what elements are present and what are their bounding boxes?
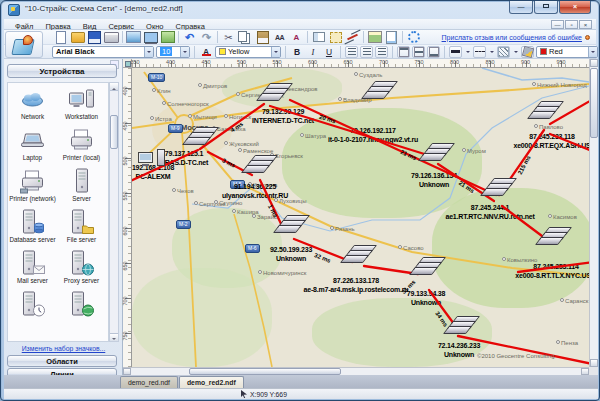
valign-bottom-button[interactable] bbox=[427, 46, 440, 58]
device-item-Proxy server[interactable]: Proxy server bbox=[57, 250, 106, 284]
replace-icon[interactable] bbox=[288, 30, 305, 44]
scrollbar-thumb[interactable] bbox=[110, 115, 118, 149]
underline-button[interactable]: U bbox=[322, 45, 336, 58]
scrollbar-thumb[interactable] bbox=[189, 368, 341, 375]
network-link[interactable] bbox=[518, 261, 589, 272]
server-node-icon[interactable] bbox=[483, 181, 514, 196]
devices-header[interactable]: Устройства bbox=[7, 64, 117, 78]
server-node-icon[interactable] bbox=[446, 319, 477, 334]
font-family-combo[interactable]: Arial Black bbox=[52, 46, 154, 58]
font-color-button[interactable]: A bbox=[199, 45, 213, 58]
picture-icon[interactable] bbox=[366, 30, 383, 44]
device-item-Laptop[interactable]: Laptop bbox=[8, 127, 57, 161]
scroll-left-icon[interactable] bbox=[123, 368, 131, 375]
scroll-up-icon[interactable] bbox=[110, 83, 118, 91]
line-color-combo[interactable]: Red bbox=[536, 46, 598, 58]
tab-demo_red.ndf[interactable]: demo_red.ndf bbox=[120, 376, 178, 388]
server-node-icon[interactable] bbox=[538, 230, 569, 245]
fill-bucket-button[interactable] bbox=[521, 46, 534, 58]
scroll-up-icon[interactable] bbox=[590, 59, 598, 67]
paste-icon[interactable] bbox=[254, 30, 271, 44]
vertical-scrollbar[interactable] bbox=[589, 59, 598, 367]
redo-icon[interactable] bbox=[198, 30, 215, 44]
server-node-icon[interactable] bbox=[412, 260, 443, 275]
mdi-minimize-button[interactable]: — bbox=[551, 20, 564, 29]
mdi-close-button[interactable]: × bbox=[579, 20, 592, 29]
device-item-clock[interactable] bbox=[8, 291, 57, 318]
server-node-icon[interactable] bbox=[244, 158, 275, 173]
server-node-icon[interactable] bbox=[343, 248, 374, 263]
settings-icon[interactable] bbox=[405, 30, 422, 44]
device-item-Printer (network)[interactable]: Printer (network) bbox=[8, 168, 57, 202]
node-tool-icon[interactable] bbox=[310, 30, 327, 44]
scroll-right-icon[interactable] bbox=[581, 368, 589, 375]
horizontal-scrollbar[interactable] bbox=[123, 367, 589, 375]
device-item-Database server[interactable]: Database server bbox=[8, 209, 57, 243]
device-item-globe2[interactable] bbox=[57, 291, 106, 318]
chevron-down-icon[interactable] bbox=[144, 47, 153, 57]
device-item-Printer (local)[interactable]: Printer (local) bbox=[57, 127, 106, 161]
panel-scrollbar[interactable] bbox=[109, 82, 119, 342]
mdi-restore-button[interactable]: ▫ bbox=[565, 20, 578, 29]
network-link[interactable] bbox=[502, 206, 542, 236]
frame-icon[interactable] bbox=[125, 30, 142, 44]
hatch-style-button[interactable] bbox=[497, 46, 510, 58]
device-item-Mail server[interactable]: Mail server bbox=[8, 250, 57, 284]
device-item-Network[interactable]: Network bbox=[8, 86, 57, 120]
areas-button[interactable]: Области bbox=[7, 355, 117, 367]
new-icon[interactable] bbox=[52, 30, 69, 44]
link-tool-icon[interactable] bbox=[344, 30, 361, 44]
chevron-down-icon[interactable] bbox=[588, 47, 597, 57]
close-button[interactable]: × bbox=[559, 1, 591, 14]
open-icon[interactable] bbox=[69, 30, 86, 44]
workstation-node-icon[interactable] bbox=[138, 146, 168, 172]
valign-middle-button[interactable] bbox=[412, 46, 425, 58]
valign-top-button[interactable] bbox=[397, 46, 410, 58]
copy-icon[interactable] bbox=[237, 30, 254, 44]
minimize-button[interactable]: — bbox=[509, 1, 533, 14]
chevron-down-icon[interactable] bbox=[488, 46, 495, 58]
chevron-down-icon[interactable] bbox=[180, 47, 189, 57]
device-item-Server[interactable]: Server bbox=[57, 168, 106, 202]
area-tool-icon[interactable] bbox=[327, 30, 344, 44]
align-center-button[interactable] bbox=[360, 46, 373, 58]
device-item-File server[interactable]: File server bbox=[57, 209, 106, 243]
network-link[interactable] bbox=[550, 134, 589, 155]
export-icon[interactable] bbox=[159, 30, 176, 44]
font-size-combo[interactable]: 10 bbox=[156, 46, 190, 58]
tab-demo_red2.ndf[interactable]: demo_red2.ndf bbox=[179, 376, 244, 388]
cut-icon[interactable] bbox=[220, 30, 237, 44]
server-node-icon[interactable] bbox=[185, 130, 216, 145]
server-node-icon[interactable] bbox=[530, 104, 561, 119]
align-right-button[interactable] bbox=[375, 46, 388, 58]
find-icon[interactable] bbox=[271, 30, 288, 44]
feedback-link[interactable]: Прислать отзыв или сообщения об ошибке bbox=[442, 34, 582, 41]
align-left-button[interactable] bbox=[345, 46, 358, 58]
fill-color-combo[interactable]: Yellow bbox=[215, 46, 281, 58]
italic-button[interactable]: I bbox=[306, 45, 320, 58]
network-link[interactable] bbox=[458, 336, 589, 366]
change-icons-link[interactable]: Изменить набор значков... bbox=[4, 345, 123, 352]
server-node-icon[interactable] bbox=[259, 86, 290, 101]
maximize-button[interactable] bbox=[534, 1, 558, 14]
server-node-icon[interactable] bbox=[276, 218, 307, 233]
save-icon[interactable] bbox=[86, 30, 103, 44]
chevron-down-icon[interactable] bbox=[464, 46, 471, 58]
chevron-down-icon[interactable] bbox=[271, 47, 280, 57]
server-node-icon[interactable] bbox=[364, 84, 395, 99]
line-style-button[interactable] bbox=[473, 46, 486, 58]
scroll-down-icon[interactable] bbox=[110, 333, 118, 341]
device-item-Workstation[interactable]: Workstation bbox=[57, 86, 106, 120]
preview-icon[interactable] bbox=[383, 30, 400, 44]
server-node-icon[interactable] bbox=[421, 146, 452, 161]
app-logo-button[interactable] bbox=[5, 31, 43, 58]
network-link[interactable] bbox=[270, 106, 434, 157]
scroll-down-icon[interactable] bbox=[590, 359, 598, 367]
undo-icon[interactable] bbox=[181, 30, 198, 44]
line-width-button[interactable] bbox=[449, 46, 462, 58]
scrollbar-thumb[interactable] bbox=[590, 68, 598, 138]
screen-icon[interactable] bbox=[142, 30, 159, 44]
chevron-down-icon[interactable] bbox=[512, 46, 519, 58]
print-icon[interactable] bbox=[103, 30, 120, 44]
bold-button[interactable]: B bbox=[290, 45, 304, 58]
